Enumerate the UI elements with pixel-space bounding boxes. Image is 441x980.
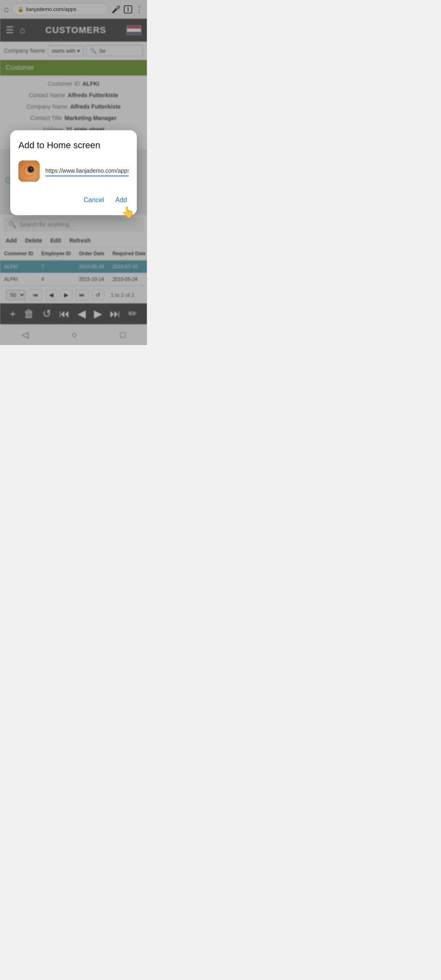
- add-button[interactable]: Add: [114, 193, 129, 207]
- app-icon: [18, 160, 40, 182]
- modal-input-row: [18, 160, 129, 182]
- app-icon-inner: [18, 160, 40, 182]
- svg-point-4: [31, 168, 32, 169]
- hand-cursor-icon: 👆: [121, 206, 134, 218]
- modal-title: Add to Home screen: [18, 140, 129, 151]
- modal-overlay: Add to Home screen: [0, 0, 147, 345]
- cancel-button[interactable]: Cancel: [82, 193, 106, 207]
- url-input-field[interactable]: [45, 166, 129, 176]
- add-to-homescreen-modal: Add to Home screen: [10, 130, 137, 215]
- svg-point-3: [29, 167, 33, 172]
- modal-buttons: Cancel Add 👆: [18, 193, 129, 207]
